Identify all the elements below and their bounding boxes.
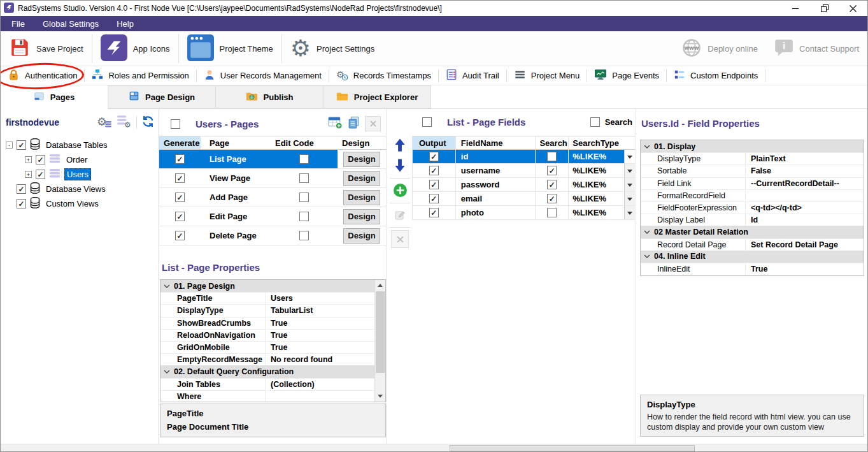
horizontal-scrollbar-thumb[interactable] <box>450 445 695 451</box>
generate-checkbox[interactable] <box>175 231 185 240</box>
dropdown-arrow-icon[interactable] <box>624 206 635 219</box>
property-row[interactable]: ReloadOnNavigationTrue <box>160 329 374 341</box>
dropdown-arrow-icon[interactable] <box>624 178 635 191</box>
output-checkbox[interactable] <box>429 208 439 217</box>
property-row[interactable]: DisplayTypePlainText <box>641 152 864 164</box>
delete-page-button-disabled[interactable] <box>365 116 381 131</box>
property-group[interactable]: 02. Default Query Configuration <box>160 365 374 377</box>
database-settings-icon[interactable]: ⚙ <box>117 114 132 130</box>
add-field-button[interactable] <box>391 181 409 199</box>
dropdown-arrow-icon[interactable] <box>624 164 635 177</box>
searchtype-dropdown[interactable]: %LIKE% <box>569 150 635 163</box>
tab-page-design[interactable]: Page Design <box>108 85 216 108</box>
deploy-online-button[interactable]: WWW Deploy online <box>673 31 766 66</box>
app-icons-button[interactable]: App Icons <box>92 31 178 66</box>
table-row-add-page[interactable]: Add Page Design <box>159 188 386 207</box>
column-header-search[interactable]: Search <box>535 136 568 149</box>
scroll-up-button[interactable] <box>375 280 385 291</box>
search-checkbox[interactable] <box>547 180 557 189</box>
property-row[interactable]: DisplayTypeTabularList <box>160 304 374 316</box>
generate-checkbox[interactable] <box>175 154 185 164</box>
design-button[interactable]: Design <box>343 228 380 244</box>
output-checkbox[interactable] <box>429 152 439 161</box>
project-theme-button[interactable]: Project Theme <box>179 31 281 66</box>
close-button[interactable] <box>839 1 867 16</box>
table-settings-icon[interactable]: ⚙ <box>97 114 112 130</box>
authentication-button[interactable]: Authentication <box>1 66 84 85</box>
field-row-id[interactable]: id %LIKE% <box>413 150 635 164</box>
expand-expander[interactable]: + <box>25 156 32 163</box>
records-timestamps-button[interactable]: ⚙ Records Timestamps <box>329 66 438 85</box>
scroll-down-button[interactable] <box>375 391 385 402</box>
property-row[interactable]: Join Tables(Collection) <box>160 378 374 390</box>
field-row-password[interactable]: password %LIKE% <box>413 178 635 192</box>
column-header-searchtype[interactable]: SearchType <box>568 136 635 149</box>
save-project-button[interactable]: Save Project <box>1 31 92 66</box>
tab-pages[interactable]: Pages <box>1 85 108 109</box>
edit-field-button-disabled[interactable] <box>391 206 409 224</box>
tree-checkbox[interactable] <box>17 184 26 194</box>
tree-item-order[interactable]: + Order <box>6 152 159 167</box>
column-header-edit-code[interactable]: Edit Code <box>271 136 338 149</box>
project-settings-button[interactable]: ⚙ Project Settings <box>282 31 383 66</box>
table-row-view-page[interactable]: View Page Design <box>159 169 386 188</box>
delete-field-button-disabled[interactable] <box>391 230 409 248</box>
generate-checkbox[interactable] <box>175 212 185 221</box>
searchtype-dropdown[interactable]: %LIKE% <box>569 206 635 219</box>
vertical-scrollbar[interactable] <box>374 280 385 402</box>
design-button[interactable]: Design <box>343 209 380 224</box>
custom-endpoints-button[interactable]: Custom Endpoints <box>667 66 765 85</box>
edit-code-checkbox[interactable] <box>299 212 309 221</box>
search-checkbox[interactable] <box>547 194 557 203</box>
tree-item-users[interactable]: + Users <box>6 167 159 182</box>
menu-help[interactable]: Help <box>108 16 143 31</box>
field-row-photo[interactable]: photo %LIKE% <box>413 206 635 220</box>
add-page-icon[interactable] <box>328 116 343 131</box>
property-row[interactable]: EmptyRecordMessageNo record found <box>160 353 374 365</box>
search-checkbox[interactable] <box>547 166 557 175</box>
output-checkbox[interactable] <box>429 166 439 175</box>
table-row-edit-page[interactable]: Edit Page Design <box>159 207 386 226</box>
refresh-icon[interactable] <box>141 115 155 130</box>
tab-publish[interactable]: Publish <box>216 85 324 108</box>
tree-item-database-tables[interactable]: - Database Tables <box>6 138 159 152</box>
property-row[interactable]: GridOnMobileTrue <box>160 341 374 353</box>
field-row-username[interactable]: username %LIKE% <box>413 164 635 178</box>
property-row[interactable]: Display LabelId <box>641 214 864 226</box>
tree-checkbox[interactable] <box>17 140 26 150</box>
searchtype-dropdown[interactable]: %LIKE% <box>569 164 635 177</box>
column-header-fieldname[interactable]: FieldName <box>455 136 536 149</box>
field-row-email[interactable]: email %LIKE% <box>413 192 635 206</box>
audit-trail-button[interactable]: Audit Trail <box>439 66 506 85</box>
property-row[interactable]: PageTitleUsers <box>160 292 374 304</box>
property-group[interactable]: 01. Display <box>641 140 864 152</box>
menu-file[interactable]: File <box>3 16 34 31</box>
dropdown-arrow-icon[interactable] <box>624 192 635 205</box>
property-row[interactable]: Record Detail PageSet Record Detail Page <box>641 238 864 251</box>
column-header-design[interactable]: Design <box>338 136 386 149</box>
user-records-management-button[interactable]: User Records Management <box>197 66 329 85</box>
tree-checkbox[interactable] <box>36 155 45 164</box>
contact-support-button[interactable]: i Contact Support <box>766 31 867 66</box>
project-menu-button[interactable]: Project Menu <box>507 66 587 85</box>
scrollbar-thumb[interactable] <box>376 291 385 373</box>
output-checkbox[interactable] <box>429 194 439 203</box>
edit-code-checkbox[interactable] <box>299 154 309 164</box>
table-row-delete-page[interactable]: Delete Page Design <box>159 226 386 245</box>
tree-item-database-views[interactable]: Database Views <box>6 182 159 196</box>
column-header-output[interactable]: Output <box>413 136 455 149</box>
property-row[interactable]: ShowBreadCrumbsTrue <box>160 317 374 329</box>
pages-select-all-checkbox[interactable] <box>171 119 180 129</box>
column-header-generate[interactable]: Generate <box>159 136 201 149</box>
property-row[interactable]: InlineEditTrue <box>641 263 864 275</box>
column-header-page[interactable]: Page <box>201 136 271 149</box>
property-group[interactable]: 02 Master Detail Relation <box>641 226 864 238</box>
dropdown-arrow-icon[interactable] <box>624 150 635 163</box>
move-field-down-button[interactable] <box>391 156 409 174</box>
tree-item-custom-views[interactable]: Custom Views <box>6 196 159 211</box>
table-row-list-page[interactable]: List Page Design <box>159 150 386 169</box>
page-events-button[interactable]: Page Events <box>587 66 666 85</box>
design-button[interactable]: Design <box>343 190 380 205</box>
edit-code-checkbox[interactable] <box>299 173 309 183</box>
restore-button[interactable] <box>810 1 839 16</box>
